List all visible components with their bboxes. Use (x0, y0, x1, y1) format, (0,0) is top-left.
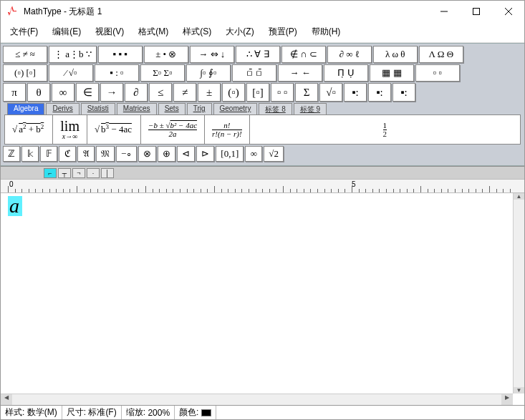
arrow-right-button[interactable]: → (100, 83, 123, 102)
spaces-ellipses-palette[interactable]: ⋮ a⋮b ∵ (49, 46, 97, 63)
tab-trig[interactable]: Trig (187, 103, 212, 114)
status-size[interactable]: 尺寸: 标准(F) (62, 406, 122, 419)
sym-sqrt2[interactable]: √2 (264, 146, 284, 162)
sym-integers[interactable]: ℤ (3, 146, 20, 162)
underbar-overbar-palette[interactable]: ▫̄ ▫̄ (232, 64, 276, 82)
subscript-template-button[interactable]: ▫ ▫ (271, 83, 294, 102)
operator-symbols-palette[interactable]: ± • ⊗ (144, 46, 188, 63)
sub-right-button[interactable]: ▪: (392, 83, 415, 102)
integral-palette[interactable]: ∫▫ ∮▫ (186, 64, 231, 82)
scroll-up-icon[interactable]: ▲ (514, 193, 524, 200)
tpl-quadratic-formula[interactable]: −b ± √b² − 4ac2a (141, 115, 205, 144)
partial-button[interactable]: ∂ (125, 83, 148, 102)
svg-rect-0 (473, 9, 479, 15)
palette-row-2: (▫) [▫] ⁄ √▫ ▪ : ▫ Σ▫ Σ▫ ∫▫ ∮▫ ▫̄ ▫̄ → ←… (3, 64, 522, 82)
bracket-template-button[interactable]: [▫] (246, 83, 269, 102)
sym-normal-subgroup-r[interactable]: ⊳ (196, 146, 214, 162)
sym-directsum[interactable]: ⊕ (158, 146, 175, 162)
matrix-templates-palette[interactable]: ▦ ▦ (370, 64, 414, 82)
summation-palette[interactable]: Σ▫ Σ▫ (140, 64, 185, 82)
menu-help[interactable]: 帮助(H) (307, 24, 346, 39)
menu-edit[interactable]: 编辑(E) (47, 24, 86, 39)
menu-format[interactable]: 格式(M) (133, 24, 173, 39)
super-right-button[interactable]: ▪: (368, 83, 391, 102)
menu-file[interactable]: 文件(F) (5, 24, 43, 39)
minimize-button[interactable] (428, 1, 460, 22)
tab-sets[interactable]: Sets (158, 103, 186, 114)
palette-row-1: ≤ ≠ ≈ ⋮ a⋮b ∵ ▪ ▪ ▪ ± • ⊗ → ⇔ ↓ ∴ ∀ ∃ ∉ … (3, 46, 522, 63)
menu-size[interactable]: 大小(Z) (221, 24, 259, 39)
equation-editor[interactable]: a ▲ ▼ ◀ ▶ (1, 193, 524, 405)
align-bar-tab[interactable]: │ (101, 168, 114, 178)
sym-normal-subgroup-l[interactable]: ⊲ (177, 146, 195, 162)
small-bar: π θ ∞ ∈ → ∂ ≤ ≠ ± (▫) [▫] ▫ ▫ Σ √▫ ▪: ▪:… (3, 83, 522, 102)
sym-minus-ring[interactable]: −∘ (116, 146, 137, 162)
greek-lower-palette[interactable]: λ ω θ (373, 46, 418, 63)
expression-tabstrip: Algebra Derivs Statisti Matrices Sets Tr… (7, 103, 522, 114)
tpl-combination[interactable]: n!r!(n − r)! (205, 115, 250, 144)
leq-button[interactable]: ≤ (149, 83, 172, 102)
sym-fraktur-c[interactable]: ℭ (59, 146, 76, 162)
paren-template-button[interactable]: (▫) (222, 83, 245, 102)
sym-field-k[interactable]: 𝕜 (21, 146, 39, 162)
tab-geometry[interactable]: Geometry (213, 103, 258, 114)
status-color[interactable]: 颜色: (175, 406, 216, 419)
arrows-palette[interactable]: → ⇔ ↓ (190, 46, 234, 63)
tab-8[interactable]: 标签 8 (259, 103, 292, 114)
toolbar-area: ≤ ≠ ≈ ⋮ a⋮b ∵ ▪ ▪ ▪ ± • ⊗ → ⇔ ↓ ∴ ∀ ∃ ∉ … (1, 43, 524, 166)
sym-infinity[interactable]: ∞ (245, 146, 262, 162)
vertical-scrollbar[interactable]: ▲ ▼ (513, 193, 524, 394)
sym-fraktur-a[interactable]: 𝔄 (77, 146, 95, 162)
super-left-button[interactable]: ▪: (344, 83, 367, 102)
tab-statisti[interactable]: Statisti (81, 103, 115, 114)
boxes-palette[interactable]: ▫ ▫ (415, 64, 460, 82)
sigma-button[interactable]: Σ (295, 83, 318, 102)
status-style[interactable]: 样式: 数学(M) (1, 406, 62, 419)
fraction-radical-palette[interactable]: ⁄ √▫ (49, 64, 93, 82)
theta-button[interactable]: θ (27, 83, 50, 102)
sym-fraktur-m[interactable]: 𝔐 (96, 146, 115, 162)
sym-unit-interval[interactable]: [0,1] (216, 146, 244, 162)
logic-symbols-palette[interactable]: ∴ ∀ ∃ (236, 46, 280, 63)
radical-template-button[interactable]: √▫ (319, 83, 342, 102)
set-theory-palette[interactable]: ∉ ∩ ⊂ (281, 46, 326, 63)
products-palette[interactable]: Π̣ Ụ (324, 64, 368, 82)
sym-tensor[interactable]: ⊗ (138, 146, 156, 162)
align-left-tab[interactable]: ⌐ (44, 168, 57, 178)
fence-templates-palette[interactable]: (▫) [▫] (3, 64, 47, 82)
align-decimal-tab[interactable]: · (87, 168, 100, 178)
pi-button[interactable]: π (3, 83, 26, 102)
tpl-pythagoras[interactable]: √a2 + b2 (5, 115, 53, 144)
maximize-button[interactable] (460, 1, 492, 22)
menu-preset[interactable]: 预置(P) (264, 24, 302, 39)
neq-button[interactable]: ≠ (173, 83, 196, 102)
plus-minus-button[interactable]: ± (198, 83, 221, 102)
tab-algebra[interactable]: Algebra (7, 103, 44, 114)
misc-symbols-palette[interactable]: ∂ ∞ ℓ (327, 46, 372, 63)
scroll-right-icon[interactable]: ▶ (501, 394, 513, 405)
tab-9[interactable]: 标签 9 (294, 103, 327, 114)
scroll-left-icon[interactable]: ◀ (1, 394, 12, 405)
labeled-arrows-palette[interactable]: → ← (278, 64, 322, 82)
menu-view[interactable]: 视图(V) (90, 24, 129, 39)
tpl-discriminant-root[interactable]: √b3 − 4ac (87, 115, 141, 144)
tab-matrices[interactable]: Matrices (117, 103, 157, 114)
scroll-down-icon[interactable]: ▼ (514, 387, 524, 394)
tab-derivs[interactable]: Derivs (46, 103, 79, 114)
tpl-limit[interactable]: limx→∞ (53, 115, 87, 144)
sym-field-f[interactable]: 𝔽 (40, 146, 57, 162)
menu-style[interactable]: 样式(S) (178, 24, 216, 39)
tpl-one-half[interactable]: 12 (250, 115, 520, 144)
status-zoom[interactable]: 缩放: 200% (122, 406, 175, 419)
ruler[interactable]: 0 5 (1, 179, 524, 193)
greek-upper-palette[interactable]: Λ Ω Θ (419, 46, 463, 63)
align-center-tab[interactable]: ┬ (58, 168, 71, 178)
infinity-button[interactable]: ∞ (52, 83, 74, 102)
subscript-superscript-palette[interactable]: ▪ : ▫ (95, 64, 139, 82)
close-button[interactable] (492, 1, 524, 22)
embellishments-palette[interactable]: ▪ ▪ ▪ (98, 46, 143, 63)
relational-symbols-palette[interactable]: ≤ ≠ ≈ (3, 46, 47, 63)
horizontal-scrollbar[interactable]: ◀ ▶ (1, 394, 513, 405)
element-of-button[interactable]: ∈ (76, 83, 99, 102)
align-right-tab[interactable]: ¬ (72, 168, 85, 178)
